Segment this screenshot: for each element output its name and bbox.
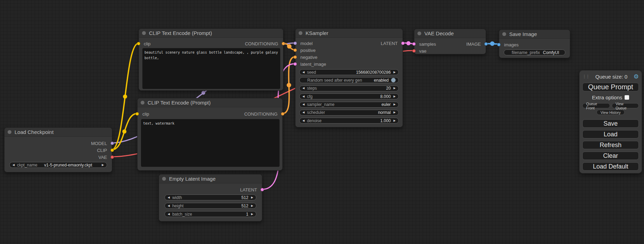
increment-arrow-icon[interactable]: ▶	[394, 119, 396, 122]
node-graph-canvas[interactable]: Load Checkpoint MODEL CLIP VAE ◀ ckpt_na…	[0, 0, 644, 244]
link-midpoint-dot	[406, 41, 411, 45]
decrement-arrow-icon[interactable]: ◀	[168, 196, 170, 199]
node-ksampler[interactable]: KSampler model LATENT positive negative …	[295, 28, 403, 127]
cfg-widget[interactable]: ◀ cfg 8.000 ▶	[299, 93, 399, 99]
extra-options-checkbox[interactable]	[625, 95, 629, 100]
node-title-bar[interactable]: CLIP Text Encode (Prompt)	[138, 98, 282, 107]
node-title-bar[interactable]: Empty Latent Image	[159, 174, 262, 183]
node-title: Empty Latent Image	[169, 176, 215, 182]
settings-gear-icon[interactable]: ⚙	[634, 74, 639, 80]
collapse-dot-icon[interactable]	[299, 31, 302, 35]
input-slot-latent-image[interactable]	[293, 62, 297, 66]
queue-front-button[interactable]: Queue Front	[582, 103, 610, 108]
output-slot-image[interactable]	[484, 42, 488, 46]
drag-handle-icon[interactable]: ⋮⋮	[582, 75, 589, 78]
output-slot-vae[interactable]	[111, 155, 114, 159]
increment-arrow-icon[interactable]: ▶	[394, 87, 396, 90]
node-title-bar[interactable]: Load Checkpoint	[5, 128, 112, 137]
node-vae-decode[interactable]: VAE Decode samples IMAGE vae	[414, 29, 486, 54]
input-slot-vae[interactable]	[412, 49, 416, 53]
decrement-arrow-icon[interactable]: ◀	[12, 164, 15, 166]
output-slot-latent[interactable]	[401, 42, 405, 45]
slot-row: latent_image	[295, 61, 403, 67]
node-title-bar[interactable]: CLIP Text Encode (Prompt)	[139, 29, 283, 38]
increment-arrow-icon[interactable]: ▶	[394, 71, 396, 74]
decrement-arrow-icon[interactable]: ◀	[302, 95, 305, 98]
filename-prefix-widget[interactable]: filename_prefix ComfyUI	[504, 49, 565, 55]
node-empty-latent-image[interactable]: Empty Latent Image LATENT ◀ width 512 ▶ …	[159, 174, 262, 222]
increment-arrow-icon[interactable]: ▶	[394, 95, 396, 98]
load-button[interactable]: Load	[582, 130, 639, 138]
link-midpoint-dot	[287, 83, 291, 88]
random-seed-toggle-widget[interactable]: Random seed after every gen enabled	[299, 77, 399, 83]
output-slot-latent[interactable]	[261, 188, 264, 191]
queue-prompt-button[interactable]: Queue Prompt	[582, 83, 639, 91]
widget-value: 1.000	[380, 118, 391, 123]
node-clip-text-encode-negative[interactable]: CLIP Text Encode (Prompt) clip CONDITION…	[137, 98, 283, 171]
collapse-dot-icon[interactable]	[502, 32, 506, 36]
increment-arrow-icon[interactable]: ▶	[251, 196, 253, 199]
toggle-knob-icon[interactable]	[391, 78, 396, 82]
node-save-image[interactable]: Save Image images filename_prefix ComfyU…	[499, 29, 570, 58]
output-slot-model[interactable]	[111, 142, 114, 145]
scheduler-widget[interactable]: ◀ scheduler normal ▶	[299, 110, 399, 116]
decrement-arrow-icon[interactable]: ◀	[168, 205, 170, 207]
increment-arrow-icon[interactable]: ▶	[394, 103, 396, 106]
prompt-text-area[interactable]: beautiful scenery nature glass bottle la…	[142, 48, 280, 89]
input-slot-images[interactable]	[497, 43, 501, 46]
decrement-arrow-icon[interactable]: ◀	[302, 103, 305, 106]
widget-value: 512	[241, 195, 248, 200]
node-title: Load Checkpoint	[15, 129, 54, 135]
node-title-bar[interactable]: KSampler	[295, 29, 403, 38]
increment-arrow-icon[interactable]: ▶	[251, 205, 253, 207]
increment-arrow-icon[interactable]: ▶	[394, 111, 396, 114]
input-label: samples	[419, 42, 436, 47]
input-slot-negative[interactable]	[293, 55, 297, 59]
collapse-dot-icon[interactable]	[417, 31, 421, 35]
node-clip-text-encode-positive[interactable]: CLIP Text Encode (Prompt) clip CONDITION…	[139, 28, 283, 91]
node-load-checkpoint[interactable]: Load Checkpoint MODEL CLIP VAE ◀ ckpt_na…	[4, 127, 112, 172]
save-button[interactable]: Save	[582, 119, 639, 128]
seed-widget[interactable]: ◀ seed 156680208700286 ▶	[299, 69, 399, 75]
prompt-text-area[interactable]: text, watermark	[141, 119, 280, 167]
batch-size-widget[interactable]: ◀ batch_size 1 ▶	[165, 211, 256, 217]
view-history-button[interactable]: View History	[597, 110, 624, 115]
extra-options-label: Extra options	[592, 94, 623, 100]
clear-button[interactable]: Clear	[582, 152, 639, 160]
collapse-dot-icon[interactable]	[141, 101, 144, 105]
widget-label: height	[172, 204, 184, 208]
input-slot-clip[interactable]	[137, 42, 140, 45]
output-slot-conditioning[interactable]	[281, 112, 284, 116]
decrement-arrow-icon[interactable]: ◀	[302, 119, 305, 122]
collapse-dot-icon[interactable]	[142, 31, 146, 35]
widget-value: 20	[386, 86, 390, 91]
increment-arrow-icon[interactable]: ▶	[251, 213, 253, 216]
input-slot-positive[interactable]	[293, 48, 297, 52]
denoise-widget[interactable]: ◀ denoise 1.000 ▶	[299, 118, 399, 124]
decrement-arrow-icon[interactable]: ◀	[302, 111, 305, 114]
sampler-name-widget[interactable]: ◀ sampler_name euler ▶	[299, 102, 399, 108]
decrement-arrow-icon[interactable]: ◀	[168, 213, 170, 216]
refresh-button[interactable]: Refresh	[582, 141, 639, 149]
collapse-dot-icon[interactable]	[8, 130, 11, 134]
input-slot-model[interactable]	[293, 42, 297, 45]
input-slot-samples[interactable]	[412, 42, 416, 46]
height-widget[interactable]: ◀ height 512 ▶	[165, 203, 256, 209]
view-queue-button[interactable]: View Queue	[612, 103, 639, 108]
input-slot-clip[interactable]	[135, 112, 139, 116]
output-slot-clip[interactable]	[111, 148, 114, 152]
output-slot-conditioning[interactable]	[282, 42, 285, 45]
node-title-bar[interactable]: VAE Decode	[414, 29, 486, 38]
increment-arrow-icon[interactable]: ▶	[102, 164, 104, 166]
ckpt-name-widget[interactable]: ◀ ckpt_name v1-5-pruned-emaonly.ckpt ▶	[9, 162, 107, 168]
widget-value: normal	[378, 110, 391, 115]
collapse-dot-icon[interactable]	[162, 177, 166, 181]
node-title-bar[interactable]: Save Image	[499, 30, 570, 39]
decrement-arrow-icon[interactable]: ◀	[302, 87, 305, 90]
node-title: VAE Decode	[424, 30, 454, 36]
steps-widget[interactable]: ◀ steps 20 ▶	[299, 85, 399, 91]
load-default-button[interactable]: Load Default	[582, 162, 639, 171]
decrement-arrow-icon[interactable]: ◀	[302, 71, 305, 74]
slot-row: clip CONDITIONING	[138, 110, 282, 117]
width-widget[interactable]: ◀ width 512 ▶	[165, 195, 256, 200]
